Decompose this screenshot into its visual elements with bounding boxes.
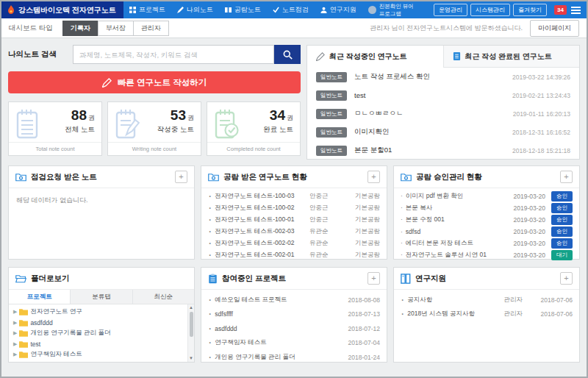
recent-notes-tabs: 최근 작성중인 연구노트 최근 작성 완료된 연구노트 [307,46,579,68]
folder-icon [15,172,26,182]
approve-button[interactable]: 승인 [551,238,573,249]
panel-title: 점검요청 받은 노트 [31,172,175,182]
list-item[interactable]: 전자연구노트 테스트-100-01안중근기본공람 [201,214,387,226]
approve-button[interactable]: 승인 [551,191,573,202]
person-icon [320,7,327,13]
nav-item-projects[interactable]: 프로젝트 [123,1,171,18]
expand-button[interactable]: + [368,171,380,183]
expand-button[interactable]: + [560,171,573,183]
nav-item-research-support[interactable]: 연구지원 [315,1,362,18]
list-item[interactable]: 일반노트 노트 작성 프로세스 확인 2019-03-22 14:39:26 [307,68,579,86]
stat-total-notes: 88권 전체 노트 Total note count [8,101,102,156]
app-logo[interactable]: 강스템바이오텍 전자연구노트 [1,1,123,18]
folder-icon [19,351,28,358]
stat-completed-notes: 34권 완료 노트 Completed note count [207,101,301,156]
list-item[interactable]: 본문 수정 0012019-03-20승인 [394,214,579,226]
approve-button[interactable]: 승인 [551,215,573,225]
list-item[interactable]: 2018년 시스템 공지사항관리자2018-07-06 [394,307,579,322]
scroll-up-icon[interactable]: ▲ [188,304,194,311]
tree-item[interactable]: ▶전자연구노트 연구 [13,307,184,318]
welcome-message: 관리자 님이 전자연구노트시스템에 방문하셨습니다. [370,24,523,33]
approve-button[interactable]: 승인 [551,227,573,237]
notification-badge[interactable]: 34 [554,5,567,15]
tab-project[interactable]: 프로젝트 [9,290,70,304]
list-item[interactable]: 전자연구노트 테스트-002-03유관순기본공람 [201,226,387,238]
tab-admin[interactable]: 관리자 [133,21,169,36]
list-item[interactable]: 전자연구노트 테스트-100-02안중근기본공람 [201,202,387,214]
recent-notes-list: 일반노트 노트 작성 프로세스 확인 2019-03-22 14:39:26 일… [307,68,579,160]
list-item[interactable]: 일반노트 test 2019-02-21 13:24:43 [307,86,579,104]
list-item[interactable]: 전자연구노트 테스트-002-02유관순기본공람 [201,238,387,249]
folder-icon [19,319,28,327]
pencil-icon [177,7,184,13]
list-item[interactable]: 개인용 연구기록물 관리 폴더2018-01-24 [201,350,387,365]
total-note-count: 88권 [40,108,95,124]
list-item[interactable]: 일반노트 본문 분할01 2018-12-18 15:21:18 [307,141,579,160]
list-item[interactable]: 공지사항관리자2018-07-06 [394,293,579,307]
empty-message: 해당 데이터가 없습니다. [9,188,194,213]
list-item[interactable]: 본문 복사2019-03-20승인 [394,202,579,214]
flame-icon [7,5,15,15]
operations-management-button[interactable]: 운영관리 [434,4,467,16]
tree-item[interactable]: ▶개인용 연구기록물 관리 폴더 [13,328,184,339]
list-item[interactable]: 일반노트 ㅁㄴㅇㅃㄹㅇㄴ 2019-01-11 16:20:13 [307,104,579,123]
stat-caption: Completed note count [207,142,300,155]
tab-classification[interactable]: 분류탭 [70,290,132,304]
list-item[interactable]: 전자연구노트 테스트-002-01유관순기본공람 [201,249,387,261]
system-management-button[interactable]: 시스템관리 [470,4,510,16]
app-window: 강스템바이오텍 전자연구노트 프로젝트 나의노트 공람노트 노트점검 연구지원 … [0,0,588,378]
list-item[interactable]: 이미지 pdf 변환 확인2019-03-20승인 [394,190,579,202]
scrollbar[interactable]: ▲▼ [187,304,194,362]
tree-item[interactable]: ▶asdfddd [13,318,184,329]
list-item[interactable]: 일반노트 이미지확인 2018-12-31 16:16:52 [307,123,579,141]
tree-item[interactable]: ▶test [13,339,184,350]
list-item[interactable]: 에디터 본문 저장 테스트2019-03-20승인 [394,238,579,249]
hamburger-menu-icon[interactable] [571,7,581,14]
research-support-panel: 연구지원 + 공지사항관리자2018-07-06 2018년 시스템 공지사항관… [393,267,580,363]
tree-item[interactable]: ▶연구책임자 테스트 [13,349,184,360]
tab-recent-writing-notes[interactable]: 최근 작성중인 연구노트 [307,46,443,68]
tab-department-head[interactable]: 부서장 [98,21,134,36]
expand-button[interactable]: + [175,171,187,183]
nav-item-shared-notes[interactable]: 공람노트 [219,1,267,18]
mypage-button[interactable]: 마이페이지 [530,20,579,37]
list-item[interactable]: 연구책임자 테스트2018-07-04 [201,336,387,351]
my-note-search: 나의노트 검색 [8,45,301,64]
tab-recent-completed-notes[interactable]: 최근 작성 완료된 연구노트 [443,46,580,68]
tab-latest[interactable]: 최신순 [132,290,194,304]
expand-button[interactable]: + [368,272,380,285]
panel-title: 참여중인 프로젝트 [222,274,368,284]
viewer-program-link[interactable]: 진본확인 뷰어프로그램 [362,1,420,18]
app-logo-label: 강스템바이오텍 전자연구노트 [18,5,116,15]
main-content: 나의노트 검색 빠른 연구노트 작성하기 [1,38,587,377]
viewer-label: 진본확인 뷰어프로그램 [379,3,414,17]
grid-icon [129,7,136,13]
notepad-check-icon [214,108,239,139]
tab-recorder[interactable]: 기록자 [62,21,98,36]
expand-button[interactable]: + [560,272,573,285]
approve-button[interactable]: 승인 [551,203,573,213]
search-input[interactable] [73,45,274,64]
nav-spacer [420,1,431,18]
list-item[interactable]: asdfddd2018-07-12 [201,321,387,336]
list-item[interactable]: sdfsffff2018-07-13 [201,307,387,322]
list-item[interactable]: 예쓰오일 테스트 프로젝트2018-08-08 [201,293,387,307]
note-type-badge: 일반노트 [316,146,347,156]
list-item[interactable]: 전자연구노트 솔루션 시연 012019-03-20대기 [394,249,579,261]
list-item[interactable]: sdfsd2019-03-20승인 [394,226,579,238]
scroll-thumb[interactable] [190,312,193,337]
list-item[interactable]: 전자연구노트 테스트-100-03안중근기본공람 [201,190,387,202]
note-type-badge: 일반노트 [316,127,347,138]
favorites-button[interactable]: 즐겨찾기 [513,4,547,16]
nav-item-my-notes[interactable]: 나의노트 [171,1,219,18]
note-type-badge: 일반노트 [316,72,347,82]
nav-item-note-inspection[interactable]: 노트점검 [267,1,315,18]
viewer-icon [368,6,376,14]
search-button[interactable] [274,45,301,64]
wait-status-badge[interactable]: 대기 [551,250,573,260]
scroll-down-icon[interactable]: ▼ [188,355,194,362]
check-icon [273,7,279,13]
tree-item[interactable]: ▶예쓰오일 테스트 프로젝트 [13,360,184,363]
top-navbar: 강스템바이오텍 전자연구노트 프로젝트 나의노트 공람노트 노트점검 연구지원 … [1,1,587,18]
quick-write-note-button[interactable]: 빠른 연구노트 작성하기 [8,71,301,93]
